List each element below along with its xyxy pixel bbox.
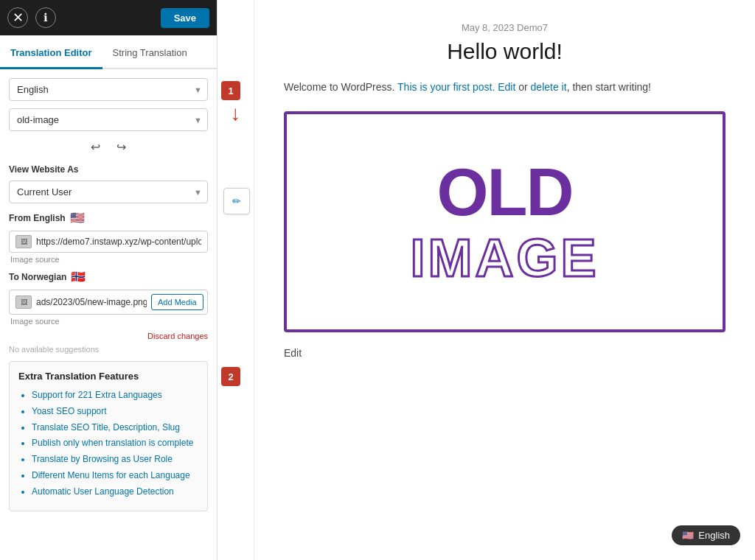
- from-english-img-icon: 🖼: [15, 235, 32, 248]
- from-english-sublabel: Image source: [10, 255, 208, 264]
- tab-string-translation[interactable]: String Translation: [102, 38, 198, 69]
- undo-redo-bar: ↩ ↪: [9, 139, 208, 155]
- main-content: May 8, 2023 Demo7 Hello world! Welcome t…: [254, 0, 755, 560]
- type-select[interactable]: old-image new-image: [9, 108, 208, 131]
- post-excerpt: Welcome to WordPress. This is your first…: [284, 79, 726, 95]
- post-meta: May 8, 2023 Demo7: [284, 22, 726, 33]
- old-image-line1: OLD: [437, 159, 573, 225]
- to-norwegian-sublabel: Image source: [10, 317, 208, 326]
- language-select[interactable]: English Norwegian French Spanish: [9, 78, 208, 101]
- to-norwegian-input-wrap: 🖼 Add Media: [9, 290, 208, 315]
- to-norwegian-label: To Norwegian 🇳🇴: [9, 270, 208, 284]
- extra-features-box: Extra Translation Features Support for 2…: [9, 361, 208, 511]
- to-norwegian-flag: 🇳🇴: [71, 270, 86, 284]
- tab-translation-editor[interactable]: Translation Editor: [0, 38, 102, 69]
- from-english-input[interactable]: [36, 237, 201, 247]
- language-badge[interactable]: 🇺🇸 English: [672, 525, 740, 545]
- to-norwegian-input[interactable]: [36, 297, 147, 307]
- lang-badge-flag: 🇺🇸: [682, 530, 694, 541]
- old-image-box: OLD IMAGE: [284, 111, 726, 332]
- type-select-wrap: old-image new-image ▼: [9, 108, 208, 131]
- badge-two: 2: [221, 367, 240, 386]
- undo-button[interactable]: ↩: [86, 139, 105, 155]
- panel-content: English Norwegian French Spanish ▼ old-i…: [0, 69, 217, 560]
- extra-features-title: Extra Translation Features: [18, 371, 198, 382]
- excerpt-link2[interactable]: delete it: [531, 81, 567, 93]
- list-item: Different Menu Items for each Language: [32, 469, 198, 482]
- edit-pencil-button[interactable]: ✏: [223, 188, 250, 214]
- list-item: Automatic User Language Detection: [32, 486, 198, 498]
- left-panel: ✕ ℹ Save Translation Editor String Trans…: [0, 0, 218, 560]
- view-website-as-label: View Website As: [9, 164, 208, 175]
- excerpt-mid: or: [515, 81, 530, 93]
- list-item: Yoast SEO support: [32, 405, 198, 418]
- top-bar: ✕ ℹ Save: [0, 0, 217, 35]
- view-website-as-select-wrap: Current User Guest Admin ▼: [9, 181, 208, 203]
- list-item: Support for 221 Extra Languages: [32, 389, 198, 402]
- arrow-overlay: 1 ↓ ✏ 2: [218, 0, 254, 560]
- add-media-button[interactable]: Add Media: [151, 294, 203, 310]
- excerpt-end: , then start writing!: [567, 81, 651, 93]
- list-item: Translate SEO Title, Description, Slug: [32, 421, 198, 434]
- post-title: Hello world!: [284, 39, 726, 64]
- to-norwegian-img-icon: 🖼: [15, 295, 32, 309]
- info-button[interactable]: ℹ: [35, 7, 56, 28]
- from-english-flag: 🇺🇸: [70, 211, 85, 225]
- list-item: Publish only when translation is complet…: [32, 437, 198, 449]
- badge-one: 1: [221, 81, 240, 100]
- discard-changes-link[interactable]: Discard changes: [9, 332, 208, 340]
- redo-button[interactable]: ↪: [112, 139, 131, 155]
- excerpt-plain: Welcome to WordPress.: [284, 81, 397, 93]
- no-suggestions-label: No available suggestions: [9, 345, 208, 354]
- language-select-wrap: English Norwegian French Spanish ▼: [9, 78, 208, 101]
- old-image-line2: IMAGE: [410, 231, 599, 284]
- post-edit-link[interactable]: Edit: [284, 347, 726, 359]
- tabs-bar: Translation Editor String Translation: [0, 35, 217, 69]
- extra-features-list: Support for 221 Extra Languages Yoast SE…: [18, 389, 198, 498]
- view-website-as-select[interactable]: Current User Guest Admin: [9, 181, 208, 203]
- arrow-down-icon: ↓: [231, 103, 241, 124]
- from-english-label: From English 🇺🇸: [9, 211, 208, 225]
- from-english-input-wrap: 🖼: [9, 231, 208, 253]
- close-button[interactable]: ✕: [7, 7, 28, 28]
- excerpt-link1[interactable]: This is your first post. Edit: [397, 81, 515, 93]
- lang-badge-label: English: [698, 530, 730, 541]
- list-item: Translate by Browsing as User Role: [32, 453, 198, 466]
- save-button[interactable]: Save: [161, 8, 209, 28]
